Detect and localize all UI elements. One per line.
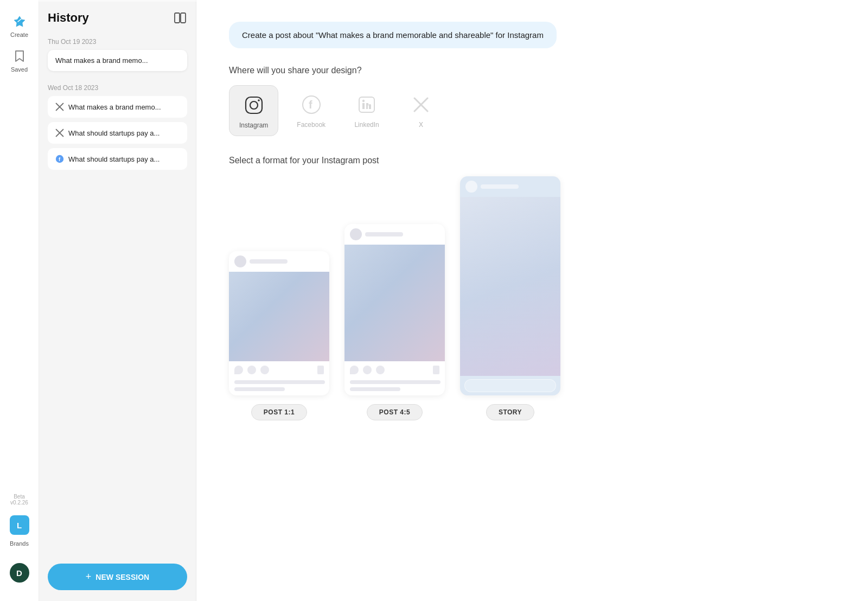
section2: Wed Oct 18 2023 What makes a brand memo.… (48, 82, 187, 174)
plus-icon: + (86, 571, 92, 583)
saved-nav-item[interactable]: Saved (0, 43, 39, 78)
history-item-3[interactable]: What should startups pay a... (48, 122, 187, 144)
format-section-label: Select a format for your Instagram post (229, 156, 835, 165)
platform-instagram[interactable]: Instagram (229, 85, 278, 136)
brands-avatar: L (10, 515, 29, 535)
story-badge: STORY (486, 404, 534, 420)
post-4-5-preview (344, 224, 445, 395)
share-section-label: Where will you share your design? (229, 66, 835, 75)
version-text: Betav0.2.26 (10, 494, 28, 506)
platform-linkedin[interactable]: LinkedIn (344, 85, 390, 135)
platform-x[interactable]: X (398, 85, 444, 135)
user-profile-item[interactable]: D (0, 558, 39, 592)
format-card-post-1-1[interactable]: POST 1:1 (229, 251, 329, 420)
create-nav-item[interactable]: Create (0, 9, 39, 43)
instagram-icon (241, 92, 267, 118)
instagram-label: Instagram (239, 122, 268, 129)
brands-label: Brands (10, 540, 29, 547)
brands-nav-item[interactable]: L Brands (0, 510, 39, 558)
svg-point-6 (258, 99, 260, 101)
create-icon (12, 14, 27, 29)
x-platform-icon-2 (55, 129, 64, 137)
section2-date: Wed Oct 18 2023 (48, 84, 187, 92)
svg-point-5 (250, 101, 258, 109)
format-row: POST 1:1 POST 4:5 (229, 176, 835, 420)
svg-text:f: f (309, 99, 312, 111)
history-item-1[interactable]: What makes a brand memo... (48, 50, 187, 71)
svg-rect-1 (181, 13, 186, 23)
facebook-label: Facebook (297, 121, 326, 129)
main-content: Create a post about "What makes a brand … (196, 0, 868, 601)
x-label: X (419, 121, 423, 129)
svg-point-11 (362, 100, 365, 102)
saved-label: Saved (11, 66, 28, 73)
history-item-4[interactable]: f What should startups pay a... (48, 148, 187, 170)
format-card-story[interactable]: STORY (460, 176, 560, 420)
svg-rect-0 (175, 13, 180, 23)
post-1-1-preview (229, 251, 329, 395)
svg-rect-4 (246, 97, 262, 113)
format-card-post-4-5[interactable]: POST 4:5 (344, 224, 445, 420)
facebook-icon: f (298, 92, 324, 118)
user-avatar: D (10, 563, 29, 583)
post-4-5-badge: POST 4:5 (367, 404, 423, 420)
history-header: History (48, 11, 187, 25)
icon-sidebar: Create Saved Betav0.2.26 L Brands D (0, 0, 39, 601)
post-1-1-badge: POST 1:1 (251, 404, 307, 420)
linkedin-icon (354, 92, 380, 118)
platform-row: Instagram f Facebook Linked (229, 85, 835, 136)
x-platform-icon (55, 103, 64, 111)
bookmark-icon (12, 49, 27, 64)
history-sidebar: History Thu Oct 19 2023 What makes a bra… (39, 0, 196, 601)
linkedin-label: LinkedIn (354, 121, 379, 129)
story-preview (460, 176, 560, 395)
platform-facebook[interactable]: f Facebook (287, 85, 335, 135)
sidebar-toggle-icon[interactable] (173, 11, 187, 25)
history-title: History (48, 11, 89, 25)
create-label: Create (10, 31, 28, 38)
svg-rect-10 (362, 103, 365, 109)
section1-date: Thu Oct 19 2023 (48, 38, 187, 46)
x-icon (408, 92, 434, 118)
facebook-platform-icon: f (55, 155, 64, 163)
new-session-button[interactable]: + NEW SESSION (48, 564, 187, 590)
prompt-bubble: Create a post about "What makes a brand … (229, 22, 557, 48)
history-item-2[interactable]: What makes a brand memo... (48, 96, 187, 118)
